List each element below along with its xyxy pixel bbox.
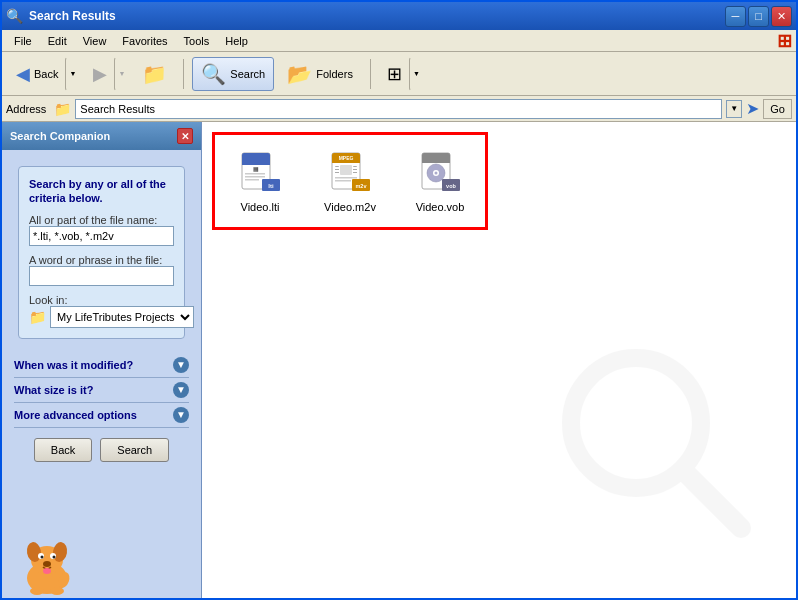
svg-rect-29 [335, 173, 339, 175]
lookin-select[interactable]: My LifeTributes Projects [50, 306, 194, 328]
folders-toolbar-icon: 📂 [287, 62, 312, 86]
when-expand-icon: ▼ [173, 357, 189, 373]
svg-rect-35 [335, 177, 357, 179]
minimize-icon: ─ [732, 10, 740, 22]
file-item[interactable]: MPEG [315, 145, 385, 217]
go-button[interactable]: Go [763, 99, 792, 119]
svg-rect-15 [242, 161, 270, 165]
lti-file-icon: ▦ lti [236, 149, 284, 197]
svg-point-12 [50, 587, 64, 595]
svg-rect-17 [245, 173, 265, 175]
panel-close-button[interactable]: ✕ [177, 128, 193, 144]
maximize-icon: □ [755, 10, 762, 22]
svg-point-6 [41, 556, 44, 559]
svg-point-8 [43, 561, 51, 567]
back-button-group[interactable]: ◀ Back ▼ [8, 57, 81, 91]
search-companion-panel: Search Companion ✕ Search by any or all … [2, 122, 202, 598]
svg-rect-41 [422, 159, 450, 163]
file-name-vob: Video.vob [416, 201, 465, 213]
phrase-input[interactable] [29, 266, 174, 286]
file-area: ▦ lti Video.lti [202, 122, 796, 598]
search-companion-title: Search Companion [10, 130, 110, 142]
forward-button[interactable]: ▶ [86, 57, 114, 91]
file-item[interactable]: vob Video.vob [405, 145, 475, 217]
up-folder-button[interactable]: 📁 [135, 57, 174, 91]
address-bar: Address 📁 Search Results ▼ ➤ Go [2, 96, 796, 122]
when-modified-expander[interactable]: When was it modified? ▼ [14, 353, 189, 377]
address-folder-icon: 📁 [54, 101, 71, 117]
menu-tools[interactable]: Tools [176, 33, 218, 49]
what-size-expander[interactable]: What size is it? ▼ [14, 378, 189, 402]
when-modified-label: When was it modified? [14, 359, 133, 371]
views-icon: ⊞ [387, 63, 402, 85]
address-chevron-icon: ▼ [730, 104, 738, 113]
svg-rect-28 [335, 170, 339, 172]
file-name-lti: Video.lti [241, 201, 280, 213]
form-actions: Back Search [10, 438, 193, 462]
svg-rect-32 [353, 170, 357, 172]
main-window: 🔍 Search Results ─ □ ✕ File Edit View Fa… [0, 0, 798, 600]
forward-button-group[interactable]: ▶ ▼ [85, 57, 130, 91]
svg-point-44 [435, 172, 438, 175]
search-toolbar-button[interactable]: 🔍 Search [192, 57, 274, 91]
close-button[interactable]: ✕ [771, 6, 792, 27]
magnifier-watermark [556, 343, 756, 578]
files-container: ▦ lti Video.lti [212, 132, 488, 230]
menu-file[interactable]: File [6, 33, 40, 49]
folders-toolbar-label: Folders [316, 68, 353, 80]
forward-dropdown-button[interactable]: ▼ [114, 57, 129, 91]
svg-rect-36 [335, 180, 351, 182]
address-dropdown-button[interactable]: ▼ [726, 100, 742, 118]
minimize-button[interactable]: ─ [725, 6, 746, 27]
filename-section: All or part of the file name: [29, 214, 174, 246]
maximize-button[interactable]: □ [748, 6, 769, 27]
advanced-options-expander[interactable]: More advanced options ▼ [14, 403, 189, 427]
menu-view[interactable]: View [75, 33, 115, 49]
svg-rect-19 [245, 179, 259, 181]
expanders-section: When was it modified? ▼ What size is it?… [10, 353, 193, 428]
panel-close-icon: ✕ [181, 131, 189, 142]
go-label: Go [770, 103, 785, 115]
menu-help[interactable]: Help [217, 33, 256, 49]
search-form: Search by any or all of the criteria bel… [18, 166, 185, 339]
svg-rect-31 [353, 167, 357, 169]
advanced-expand-icon: ▼ [173, 407, 189, 423]
back-form-button[interactable]: Back [34, 438, 92, 462]
svg-text:lti: lti [268, 183, 274, 189]
size-expand-icon: ▼ [173, 382, 189, 398]
dog-mascot-area [2, 518, 202, 598]
search-form-button[interactable]: Search [100, 438, 169, 462]
address-label: Address [6, 103, 50, 115]
windows-logo: ⊞ [777, 30, 792, 52]
views-button-group[interactable]: ⊞ ▼ [379, 57, 425, 91]
svg-point-11 [30, 587, 44, 595]
toolbar-separator-2 [370, 59, 371, 89]
toolbar: ◀ Back ▼ ▶ ▼ 📁 🔍 Search [2, 52, 796, 96]
forward-arrow-icon: ▶ [93, 63, 107, 85]
up-button[interactable]: 📁 [134, 57, 175, 91]
back-dropdown-button[interactable]: ▼ [65, 57, 80, 91]
dog-mascot [12, 528, 82, 598]
address-field: Search Results [75, 99, 722, 119]
svg-rect-18 [245, 176, 265, 178]
address-go-arrow-icon: ➤ [746, 99, 759, 118]
svg-text:m2v: m2v [355, 183, 367, 189]
back-button[interactable]: ◀ Back [9, 57, 65, 91]
svg-point-7 [53, 556, 56, 559]
svg-text:MPEG: MPEG [339, 155, 354, 161]
address-value: Search Results [80, 103, 717, 115]
toolbar-separator-1 [183, 59, 184, 89]
views-dropdown-button[interactable]: ▼ [409, 57, 424, 91]
back-arrow-icon: ◀ [16, 63, 30, 85]
filename-input[interactable] [29, 226, 174, 246]
views-button[interactable]: ⊞ [380, 57, 409, 91]
folders-toolbar-button[interactable]: 📂 Folders [278, 57, 362, 91]
back-label: Back [34, 68, 58, 80]
menu-favorites[interactable]: Favorites [114, 33, 175, 49]
svg-rect-33 [353, 173, 357, 175]
file-item[interactable]: ▦ lti Video.lti [225, 145, 295, 217]
title-bar: 🔍 Search Results ─ □ ✕ [2, 2, 796, 30]
menu-edit[interactable]: Edit [40, 33, 75, 49]
views-chevron-icon: ▼ [413, 70, 420, 77]
vob-file-icon: vob [416, 149, 464, 197]
